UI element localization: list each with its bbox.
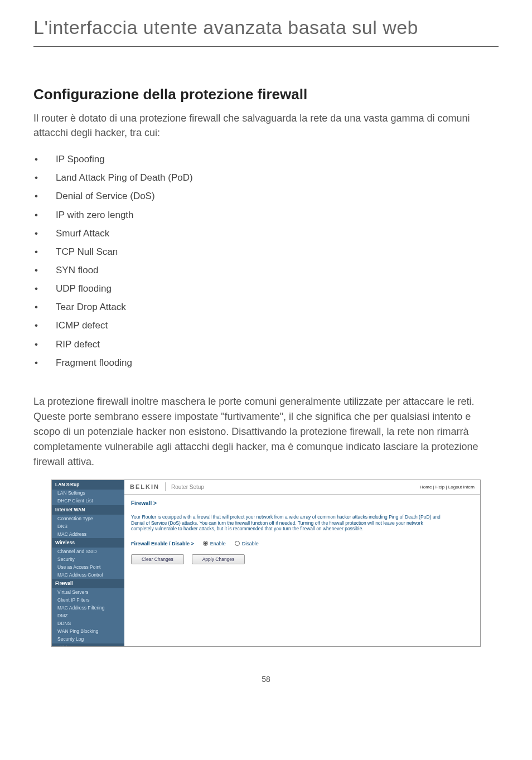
sidebar-item[interactable]: Client IP Filters [52, 597, 124, 604]
list-item-label: IP Spoofing [56, 150, 105, 168]
firewall-toggle-label: Firewall Enable / Disable > [131, 541, 194, 546]
sidebar-item[interactable]: Security Log [52, 636, 124, 643]
bullet-dot-icon: • [33, 354, 56, 372]
sidebar-item[interactable]: Security [52, 555, 124, 563]
list-item: •RIP defect [33, 335, 499, 354]
sidebar-item[interactable]: MAC Address Control [52, 571, 124, 579]
sidebar-group-wireless[interactable]: Wireless [52, 538, 124, 548]
router-main: BELKIN Router Setup Home | Help | Logout… [124, 480, 480, 646]
sidebar-group-utilities[interactable]: Utilities [52, 643, 124, 647]
list-item: •TCP Null Scan [33, 243, 499, 261]
list-item-label: Denial of Service (DoS) [56, 187, 155, 205]
sidebar-item[interactable]: DDNS [52, 620, 124, 628]
list-item-label: Land Attack Ping of Death (PoD) [56, 168, 193, 187]
radio-enable-label: Enable [210, 541, 226, 546]
bullet-dot-icon: • [33, 168, 56, 187]
list-item-label: Fragment flooding [56, 354, 132, 372]
sidebar-group-firewall[interactable]: Firewall [52, 579, 124, 588]
intro-paragraph: Il router è dotato di una protezione fir… [33, 111, 499, 140]
sidebar-item[interactable]: LAN Settings [52, 490, 124, 497]
bullet-dot-icon: • [33, 335, 56, 354]
bullet-dot-icon: • [33, 206, 56, 224]
radio-disable[interactable]: Disable [235, 541, 259, 546]
list-item-label: Tear Drop Attack [56, 298, 126, 316]
bullet-dot-icon: • [33, 224, 56, 243]
bullet-dot-icon: • [33, 261, 56, 279]
section-title: Configurazione della protezione firewall [33, 86, 499, 103]
page-number: 58 [33, 675, 499, 684]
list-item-label: RIP defect [56, 335, 100, 354]
list-item: •Tear Drop Attack [33, 298, 499, 316]
radio-dot-icon [235, 541, 240, 546]
radio-dot-icon [203, 541, 208, 546]
header-links[interactable]: Home | Help | Logout Intern [420, 485, 475, 490]
list-item-label: Smurf Attack [56, 224, 109, 243]
sidebar-item[interactable]: DNS [52, 522, 124, 530]
sidebar-item[interactable]: Virtual Servers [52, 588, 124, 596]
list-item-label: IP with zero length [56, 206, 134, 224]
list-item: •Smurf Attack [33, 224, 499, 243]
sidebar-item[interactable]: Channel and SSID [52, 548, 124, 555]
bullet-dot-icon: • [33, 298, 56, 316]
router-screenshot: LAN Setup LAN Settings DHCP Client List … [51, 480, 481, 647]
list-item-label: TCP Null Scan [56, 243, 118, 261]
list-item-label: UDP flooding [56, 279, 112, 298]
list-item: •SYN flood [33, 261, 499, 279]
apply-changes-button[interactable]: Apply Changes [192, 554, 245, 564]
sidebar-group-lan[interactable]: LAN Setup [52, 480, 124, 490]
breadcrumb: Firewall > [131, 500, 473, 506]
sidebar-item[interactable]: WAN Ping Blocking [52, 628, 124, 636]
list-item: •IP Spoofing [33, 150, 499, 168]
list-item: •Land Attack Ping of Death (PoD) [33, 168, 499, 187]
sidebar-item[interactable]: Connection Type [52, 515, 124, 522]
list-item-label: ICMP defect [56, 316, 108, 335]
router-header: BELKIN Router Setup Home | Help | Logout… [124, 480, 480, 495]
list-item: •Fragment flooding [33, 354, 499, 372]
bullet-dot-icon: • [33, 243, 56, 261]
bullet-dot-icon: • [33, 150, 56, 168]
sidebar-item[interactable]: DMZ [52, 612, 124, 620]
list-item-label: SYN flood [56, 261, 99, 279]
router-sidebar: LAN Setup LAN Settings DHCP Client List … [52, 480, 124, 646]
list-item: •Denial of Service (DoS) [33, 187, 499, 205]
bullet-dot-icon: • [33, 187, 56, 205]
firewall-description: Your Router is equipped with a firewall … [131, 514, 443, 532]
sidebar-group-wan[interactable]: Internet WAN [52, 505, 124, 515]
router-content: Firewall > Your Router is equipped with … [124, 495, 480, 570]
sidebar-item[interactable]: MAC Address [52, 530, 124, 538]
list-item: •IP with zero length [33, 206, 499, 224]
body-paragraph: La protezione firewall inoltre maschera … [33, 394, 499, 469]
attack-list: •IP Spoofing •Land Attack Ping of Death … [33, 150, 499, 372]
brand-logo: BELKIN [130, 483, 159, 490]
bullet-dot-icon: • [33, 316, 56, 335]
divider-icon [165, 482, 166, 491]
bullet-dot-icon: • [33, 279, 56, 298]
sidebar-item[interactable]: Use as Access Point [52, 563, 124, 571]
radio-disable-label: Disable [242, 541, 259, 546]
chapter-title: L'interfaccia utente avanzata basata sul… [33, 17, 499, 47]
list-item: •UDP flooding [33, 279, 499, 298]
sidebar-item[interactable]: DHCP Client List [52, 497, 124, 505]
sidebar-item[interactable]: MAC Address Filtering [52, 604, 124, 612]
list-item: •ICMP defect [33, 316, 499, 335]
clear-changes-button[interactable]: Clear Changes [131, 554, 184, 564]
router-setup-label: Router Setup [171, 484, 204, 490]
radio-enable[interactable]: Enable [203, 541, 226, 546]
